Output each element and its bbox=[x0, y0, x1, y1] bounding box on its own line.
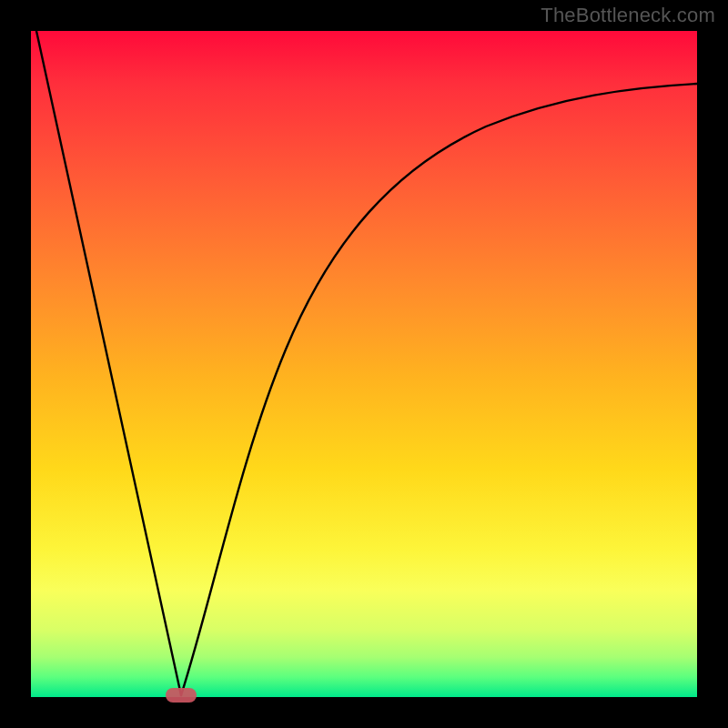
bottleneck-curve bbox=[31, 31, 697, 697]
watermark-text: TheBottleneck.com bbox=[541, 4, 715, 27]
plot-area bbox=[31, 31, 697, 697]
chart-frame: TheBottleneck.com bbox=[0, 0, 728, 728]
curve-right-branch bbox=[181, 84, 697, 695]
curve-left-branch bbox=[36, 31, 181, 695]
bottleneck-marker bbox=[166, 688, 197, 703]
